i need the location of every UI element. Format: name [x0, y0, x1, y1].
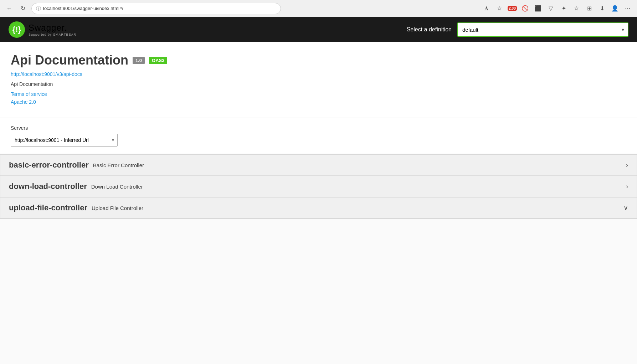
swagger-title: Swagger.: [29, 23, 76, 33]
controller-name-upload: upload-file-controller: [9, 203, 87, 212]
servers-select-wrapper: http://localhost:9001 - Inferred Url ▾: [11, 134, 118, 147]
select-definition-label: Select a definition: [407, 26, 452, 33]
ext-icon-5[interactable]: ✦: [559, 4, 569, 14]
controller-name-basic-error: basic-error-controller: [9, 160, 89, 170]
swagger-main: Api Documentation 1.0 OAS3 http://localh…: [0, 42, 637, 219]
controllers-section: basic-error-controller Basic Error Contr…: [0, 154, 637, 219]
ext-icon-7[interactable]: ⊞: [584, 4, 594, 14]
controller-desc-basic-error: Basic Error Controller: [93, 162, 144, 168]
browser-chrome: ← ↻ ⓘ localhost:9001/swagger-ui/index.ht…: [0, 0, 637, 17]
refresh-button[interactable]: ↻: [18, 4, 28, 14]
ext-icon-6[interactable]: ☆: [571, 4, 581, 14]
swagger-logo-text: Swagger. Supported by SMARTBEAR: [29, 23, 76, 36]
controller-expand-icon-basic-error: ›: [626, 162, 628, 169]
controller-row-download[interactable]: down-load-controller Down Load Controlle…: [0, 176, 637, 197]
ext-icon-4[interactable]: ▽: [546, 4, 556, 14]
controller-item-basic-error: basic-error-controller Basic Error Contr…: [0, 154, 637, 176]
controller-row-basic-error[interactable]: basic-error-controller Basic Error Contr…: [0, 155, 637, 176]
back-button[interactable]: ←: [4, 4, 14, 14]
controller-item-upload: upload-file-controller Upload File Contr…: [0, 198, 637, 219]
url-text: localhost:9001/swagger-ui/index.html#/: [43, 6, 123, 11]
download-icon[interactable]: ⬇: [597, 4, 607, 14]
api-description: Api Documentation: [11, 81, 626, 87]
controller-expand-icon-download: ›: [626, 183, 628, 190]
servers-section: Servers http://localhost:9001 - Inferred…: [0, 118, 637, 154]
profile-icon[interactable]: 👤: [610, 4, 620, 14]
swagger-logo: {!} Swagger. Supported by SMARTBEAR: [9, 21, 76, 38]
info-icon: ⓘ: [36, 5, 41, 12]
controller-desc-upload: Upload File Controller: [92, 205, 143, 211]
ext-icon-red[interactable]: 2.00: [507, 4, 517, 14]
api-info-section: Api Documentation 1.0 OAS3 http://localh…: [0, 42, 637, 118]
oas3-badge: OAS3: [149, 57, 167, 64]
back-icon: ←: [6, 5, 12, 12]
terms-of-service-link[interactable]: Terms of service: [11, 91, 626, 97]
version-badge: 1.0: [133, 57, 145, 64]
star-icon[interactable]: ☆: [494, 4, 504, 14]
controller-item-download: down-load-controller Down Load Controlle…: [0, 176, 637, 198]
font-adjust-icon[interactable]: 𝐀: [482, 4, 492, 14]
controller-expand-icon-upload: ∨: [623, 204, 628, 212]
definition-select[interactable]: default: [457, 22, 628, 37]
api-title: Api Documentation: [11, 53, 128, 68]
refresh-icon: ↻: [21, 5, 25, 12]
ext-icon-2[interactable]: 🚫: [520, 4, 530, 14]
api-title-row: Api Documentation 1.0 OAS3: [11, 53, 626, 68]
controller-desc-download: Down Load Controller: [91, 184, 143, 190]
address-bar[interactable]: ⓘ localhost:9001/swagger-ui/index.html#/: [31, 3, 281, 14]
definition-select-wrapper: default ▾: [457, 22, 628, 37]
license-link[interactable]: Apache 2.0: [11, 99, 626, 105]
swagger-logo-circle: {!}: [9, 21, 25, 38]
swagger-header: {!} Swagger. Supported by SMARTBEAR Sele…: [0, 17, 637, 42]
browser-toolbar: 𝐀 ☆ 2.00 🚫 ⬛ ▽ ✦ ☆ ⊞ ⬇ 👤 ⋯: [482, 4, 633, 14]
servers-select[interactable]: http://localhost:9001 - Inferred Url: [11, 134, 118, 147]
swagger-logo-symbol: {!}: [12, 25, 21, 34]
api-docs-link[interactable]: http://localhost:9001/v3/api-docs: [11, 71, 626, 77]
definition-section: Select a definition default ▾: [407, 22, 628, 37]
servers-label: Servers: [11, 125, 626, 131]
controller-row-upload[interactable]: upload-file-controller Upload File Contr…: [0, 198, 637, 219]
swagger-subtitle: Supported by SMARTBEAR: [29, 33, 76, 36]
ext-icon-3[interactable]: ⬛: [533, 4, 543, 14]
more-options-icon[interactable]: ⋯: [623, 4, 633, 14]
controller-name-download: down-load-controller: [9, 182, 87, 191]
